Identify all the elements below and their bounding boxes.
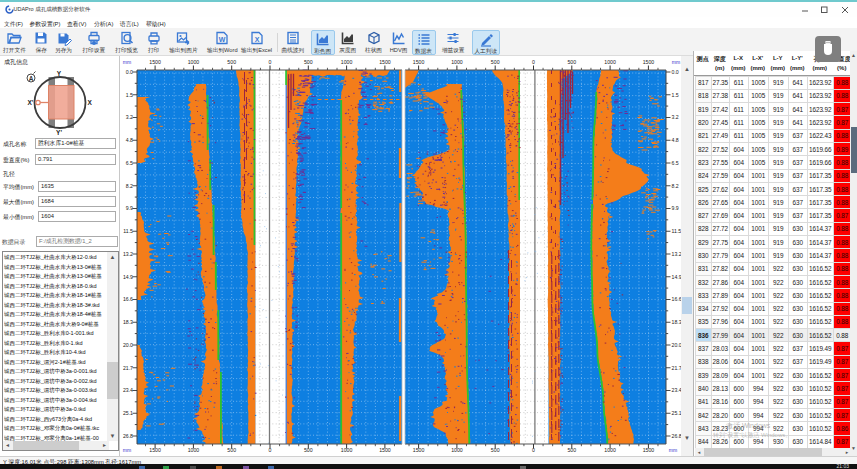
svg-text:8.2: 8.2 (672, 183, 679, 189)
svg-text:6.5: 6.5 (126, 160, 133, 166)
svg-text:14.9: 14.9 (123, 274, 133, 280)
svg-text:0.0: 0.0 (672, 69, 679, 75)
svg-text:13.2: 13.2 (123, 251, 133, 257)
svg-text:mm: mm (123, 447, 131, 453)
svg-text:A: A (29, 75, 34, 82)
svg-text:Y: Y (57, 70, 62, 77)
svg-text:18.3: 18.3 (123, 319, 133, 325)
svg-text:1000: 1000 (451, 59, 463, 65)
svg-text:6.5: 6.5 (672, 160, 679, 166)
svg-text:0: 0 (269, 59, 272, 65)
svg-text:X: X (88, 99, 93, 106)
svg-text:1000: 1000 (604, 59, 616, 65)
svg-text:9.9: 9.9 (672, 205, 679, 211)
svg-text:X': X' (28, 99, 34, 106)
svg-text:11.5: 11.5 (123, 228, 133, 234)
svg-text:3.2: 3.2 (672, 114, 679, 120)
svg-text:11.5: 11.5 (672, 228, 682, 234)
svg-text:26.8: 26.8 (123, 433, 133, 439)
svg-text:1500: 1500 (149, 59, 161, 65)
svg-text:3.2: 3.2 (126, 114, 133, 120)
svg-text:8.2: 8.2 (126, 183, 133, 189)
svg-text:W: W (219, 36, 226, 43)
svg-text:mm: mm (123, 59, 131, 65)
svg-text:0: 0 (532, 59, 535, 65)
svg-text:25.1: 25.1 (123, 410, 133, 416)
svg-text:500: 500 (567, 59, 576, 65)
svg-text:500: 500 (491, 59, 500, 65)
svg-text:1.5: 1.5 (126, 92, 133, 98)
svg-text:mm: mm (672, 59, 680, 65)
svg-text:Y': Y' (56, 129, 62, 136)
svg-text:500: 500 (304, 59, 313, 65)
svg-text:0.0: 0.0 (126, 69, 133, 75)
svg-text:1000: 1000 (188, 59, 200, 65)
svg-text:21.7: 21.7 (123, 365, 133, 371)
svg-text:1500: 1500 (413, 59, 425, 65)
svg-text:1500: 1500 (643, 59, 655, 65)
svg-text:9.9: 9.9 (126, 205, 133, 211)
svg-text:23.4: 23.4 (123, 387, 133, 393)
svg-text:20.0: 20.0 (123, 342, 133, 348)
svg-text:mm: mm (669, 447, 677, 453)
svg-text:500: 500 (227, 59, 236, 65)
svg-text:4.8: 4.8 (126, 137, 133, 143)
svg-text:1500: 1500 (379, 59, 391, 65)
svg-text:X: X (254, 36, 259, 43)
svg-text:4.8: 4.8 (672, 137, 679, 143)
svg-text:16.6: 16.6 (123, 296, 133, 302)
svg-text:1.5: 1.5 (672, 92, 679, 98)
svg-text:1000: 1000 (341, 59, 353, 65)
